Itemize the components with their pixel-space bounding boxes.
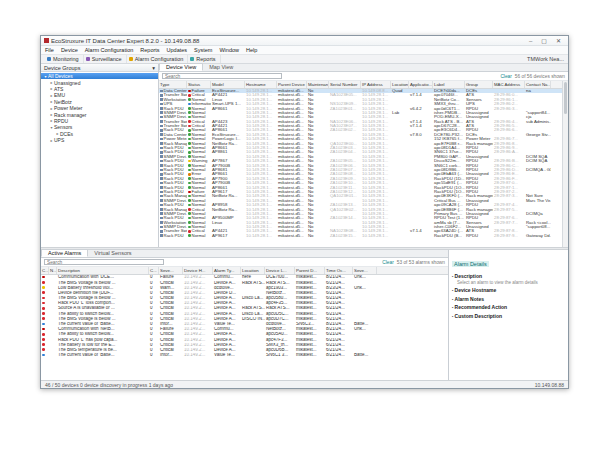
column-header-seve[interactable]: Seve...	[159, 267, 183, 274]
close-button[interactable]: ✕	[552, 37, 565, 45]
column-header-location[interactable]: Location	[391, 81, 409, 88]
cell: Gateway Dd...	[525, 234, 551, 239]
maximize-button[interactable]: ▢	[537, 37, 551, 45]
status-normal-icon	[188, 204, 191, 207]
device-type-icon	[160, 199, 163, 202]
column-header-maintenan[interactable]: Maintenan...	[307, 81, 329, 88]
menu-item-system[interactable]: System	[194, 47, 212, 53]
cell: sub Adminis...	[525, 120, 551, 125]
menu-item-device[interactable]: Device	[61, 47, 78, 53]
menu-item-help[interactable]: Help	[246, 47, 257, 53]
device-table-scrollbar[interactable]	[562, 81, 568, 247]
cell: "support08...	[525, 225, 551, 230]
cell: 10.149.2...	[183, 306, 213, 311]
cell: 10.149.2...	[183, 327, 213, 332]
column-header-time-oc[interactable]: Time Oc...	[325, 267, 353, 274]
severity-failure-icon	[42, 276, 45, 279]
column-header-location[interactable]: Location	[241, 267, 265, 274]
column-header-mac-address[interactable]: MAC Address	[493, 81, 525, 88]
column-header-c[interactable]: C...	[41, 267, 49, 274]
column-header-parent-device[interactable]: Parent Device	[277, 81, 307, 88]
cell: Rack ATS...	[265, 306, 295, 311]
status-normal-icon	[188, 142, 191, 145]
alarm-row[interactable]: The current value of 'Batte...0Infor...1…	[41, 353, 448, 358]
tab-device-view[interactable]: Device View	[159, 63, 203, 71]
cell: 0	[149, 312, 159, 317]
table-header: TypeStatusModelHostnameParent DeviceMain…	[159, 81, 562, 89]
alarm-tabs: Active AlarmsVirtual Sensors	[41, 250, 448, 258]
menu-item-alarm-configuration[interactable]: Alarm Configuration	[85, 47, 134, 53]
column-header-n[interactable]: N...	[49, 267, 57, 274]
cell: 8/21/24...	[325, 322, 353, 327]
scrollbar-thumb[interactable]	[564, 82, 567, 114]
column-header-description[interactable]: Description	[57, 267, 149, 274]
menu-item-reports[interactable]: Reports	[140, 47, 159, 53]
column-header-hostname[interactable]: Hostname	[245, 81, 277, 88]
perspective-monitoring[interactable]: Monitoring	[45, 55, 84, 63]
tree-item-label: NetBotz	[54, 99, 72, 105]
alarm-clear-link[interactable]: Clear	[382, 260, 393, 265]
menu-item-updates[interactable]: Updates	[167, 47, 188, 53]
column-header-ip-address[interactable]: IP Address	[361, 81, 391, 88]
tab-active-alarms[interactable]: Active Alarms	[41, 249, 88, 257]
column-header-type[interactable]: Type	[159, 81, 187, 88]
cell: Device A...	[213, 348, 241, 353]
device-type-icon	[160, 133, 163, 136]
cell: Device A...	[213, 343, 241, 348]
cell: mikatest...	[295, 338, 325, 343]
minimize-button[interactable]: –	[525, 37, 536, 45]
cell: RackPDU (B...	[433, 234, 465, 239]
menu-item-file[interactable]: File	[45, 47, 54, 53]
tree-item-label: ATS	[54, 86, 63, 92]
column-header-contact-na[interactable]: Contact Na...	[525, 81, 551, 88]
cell: QA1023E02...	[329, 208, 361, 213]
column-header-label[interactable]: Label	[433, 81, 465, 88]
device-type-icon	[160, 120, 163, 123]
column-header-c[interactable]: C...	[149, 267, 159, 274]
device-search-input[interactable]	[162, 73, 282, 80]
cell: 0	[149, 275, 159, 280]
cell: mikatest...	[295, 275, 325, 280]
sidebar-item-ups[interactable]: ▸UPS	[41, 137, 158, 143]
tab-virtual-sensors[interactable]: Virtual Sensors	[88, 249, 137, 257]
cell: Rack ATS...	[265, 281, 295, 286]
column-header-serial-number[interactable]: Serial Number	[329, 81, 361, 88]
cell: 6/21/24...	[325, 291, 353, 296]
bottom-panel: Active AlarmsVirtual Sensors Clear53 of …	[41, 250, 568, 380]
column-header-alarm-ty[interactable]: Alarm Ty...	[213, 267, 241, 274]
status-informational-icon	[188, 103, 191, 106]
tab-map-view[interactable]: Map View	[203, 63, 239, 71]
perspective-reports[interactable]: Reports	[188, 55, 220, 63]
detail-section-custom-description: Custom Description	[452, 313, 565, 319]
device-type-icon	[160, 234, 163, 237]
monitoring-icon	[47, 57, 51, 61]
alarm-search-input[interactable]	[44, 259, 164, 266]
column-header-group[interactable]: Group	[465, 81, 493, 88]
menu-item-window[interactable]: Window	[219, 47, 239, 53]
cell: Rack ATS...	[241, 281, 265, 286]
device-view-tabs: Device ViewMap View	[159, 64, 568, 72]
device-clear-link[interactable]: Clear	[500, 74, 511, 79]
device-groups-header[interactable]: Device Groups ▾	[41, 64, 158, 72]
status-critical-icon	[188, 120, 191, 123]
column-header-device-l[interactable]: Device L...	[265, 267, 295, 274]
perspective-alarm-configuration[interactable]: Alarm Configuration	[127, 55, 189, 63]
cell: apc0D5C...	[265, 312, 295, 317]
column-header-applicatio[interactable]: Applicatio...	[409, 81, 433, 88]
cell: DCIMQa	[525, 212, 551, 217]
device-row[interactable]: Rack PDUNormalAP961710.149.28.1...mikate…	[159, 234, 562, 238]
cell: 0	[149, 343, 159, 348]
cell: The ability to switch below...	[57, 312, 149, 317]
cell: v6.4.2	[409, 107, 433, 112]
cell: Value Te...	[213, 322, 241, 327]
column-header-device-h[interactable]: Device H...	[183, 267, 213, 274]
column-header-model[interactable]: Model	[211, 81, 245, 88]
device-type-icon	[160, 103, 163, 106]
column-header-seve[interactable]: Seve...	[353, 267, 377, 274]
cell: Device A...	[213, 281, 241, 286]
column-header-parent-d[interactable]: Parent D...	[295, 267, 325, 274]
cell: 10.149.2...	[183, 338, 213, 343]
status-normal-icon	[188, 177, 191, 180]
perspective-surveillance[interactable]: Surveillance	[84, 55, 127, 63]
column-header-status[interactable]: Status	[187, 81, 211, 88]
